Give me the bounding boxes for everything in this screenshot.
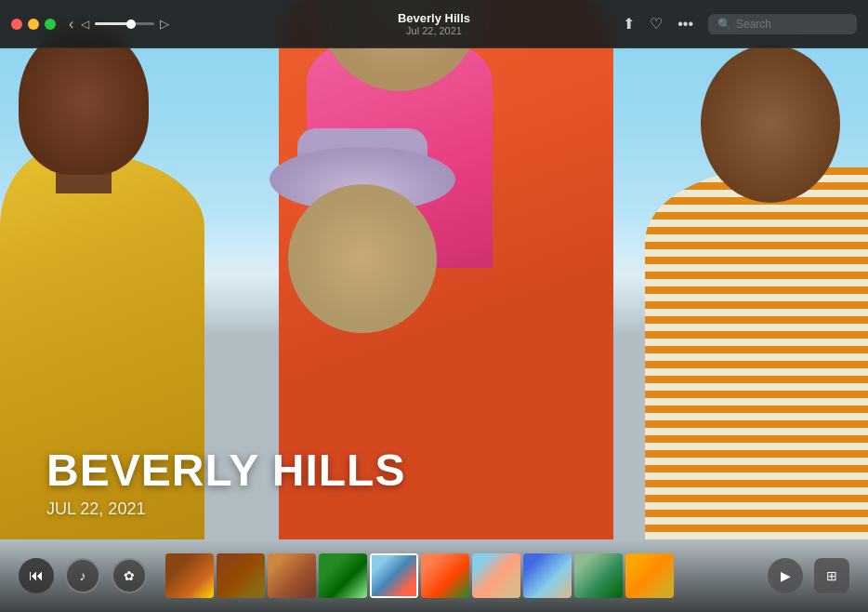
- thumbnail-2[interactable]: [217, 553, 265, 598]
- back-button[interactable]: ‹: [69, 16, 73, 33]
- grid-view-button[interactable]: ⊞: [814, 558, 849, 593]
- play-icon: ▶: [781, 568, 791, 583]
- figure-left-head: [19, 26, 149, 175]
- search-icon: 🔍: [717, 18, 731, 31]
- volume-control: ◁ ▷: [81, 17, 169, 31]
- thumbnail-1[interactable]: [165, 553, 214, 598]
- thumbnail-strip: [165, 552, 749, 600]
- figure-right-body: [645, 167, 868, 539]
- search-input[interactable]: [736, 18, 848, 31]
- titlebar-actions: ⬆︎ ♡ ••• 🔍: [623, 14, 857, 34]
- window-title: Beverly Hills: [398, 11, 470, 25]
- photo-figures: [0, 0, 868, 612]
- window-subtitle: Jul 22, 2021: [398, 25, 470, 36]
- more-button[interactable]: •••: [677, 16, 693, 33]
- photo-date: JUL 22, 2021: [46, 499, 405, 519]
- figure-front-head: [288, 184, 437, 333]
- minimize-button[interactable]: [28, 19, 39, 30]
- thumbnail-4[interactable]: [319, 553, 367, 598]
- share-icon: ⬆︎: [623, 15, 635, 33]
- music-note-icon: ♪: [80, 568, 86, 583]
- favorite-button[interactable]: ♡: [650, 15, 663, 33]
- effects-icon: ✿: [124, 568, 135, 583]
- photo-view: BEVERLY HILLS JUL 22, 2021 ⏮ ♪ ✿ ▶: [0, 0, 868, 612]
- thumbnail-6[interactable]: [421, 553, 469, 598]
- share-button[interactable]: ⬆︎: [623, 15, 635, 33]
- search-bar[interactable]: 🔍: [708, 14, 857, 34]
- photo-overlay-text: BEVERLY HILLS JUL 22, 2021: [46, 446, 405, 519]
- thumbnail-3[interactable]: [268, 553, 316, 598]
- grid-icon: ⊞: [826, 568, 837, 583]
- figure-right-head: [701, 45, 840, 203]
- thumbnail-10[interactable]: [625, 553, 674, 598]
- titlebar: ‹ ◁ ▷ Beverly Hills Jul 22, 2021 ⬆︎ ♡ ••…: [0, 0, 868, 48]
- play-button[interactable]: ▶: [768, 558, 803, 593]
- ellipsis-icon: •••: [677, 16, 693, 33]
- music-button[interactable]: ♪: [65, 558, 100, 593]
- thumbnail-9[interactable]: [574, 553, 623, 598]
- effects-button[interactable]: ✿: [112, 558, 147, 593]
- thumbnail-8[interactable]: [523, 553, 572, 598]
- titlebar-center: Beverly Hills Jul 22, 2021: [398, 11, 470, 36]
- heart-icon: ♡: [650, 15, 663, 33]
- thumbnail-7[interactable]: [472, 553, 520, 598]
- volume-slider[interactable]: [95, 22, 154, 25]
- maximize-button[interactable]: [45, 19, 56, 30]
- thumbnail-5[interactable]: [370, 553, 418, 598]
- controls-bar: ⏮ ♪ ✿ ▶ ⊞: [0, 539, 868, 612]
- volume-high-icon: ▷: [160, 17, 169, 31]
- photo-title: BEVERLY HILLS: [46, 446, 405, 496]
- skip-back-button[interactable]: ⏮: [19, 558, 54, 593]
- skip-back-icon: ⏮: [29, 567, 44, 584]
- window-controls: [11, 19, 56, 30]
- close-button[interactable]: [11, 19, 22, 30]
- volume-low-icon: ◁: [81, 18, 89, 31]
